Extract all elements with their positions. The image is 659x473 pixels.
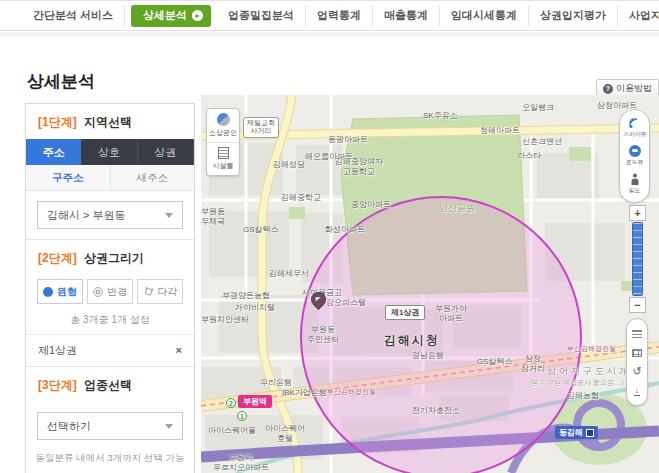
skyview-button[interactable]: 스카이뷰	[620, 114, 649, 142]
area-list-item[interactable]: 제1상권 ×	[26, 334, 194, 366]
map-label: IBK기업은행	[282, 388, 327, 398]
map-label: 남산공원	[439, 203, 475, 214]
polygon-icon	[143, 286, 154, 297]
industry-note: 동일분류 내에서 3개까지 선택 가능	[26, 450, 194, 473]
map-label: GS칼텍스	[243, 225, 279, 235]
circle-icon	[43, 287, 53, 297]
download-button[interactable]: ↓	[627, 381, 647, 400]
roadview-button[interactable]: 로드뷰	[620, 142, 649, 170]
trade-area-label: 제1상권	[385, 305, 425, 320]
interchange-icon	[586, 429, 594, 437]
map-label: 동광아파트	[328, 135, 368, 145]
map-label: 부원역 푸르지오아파트	[213, 453, 269, 472]
person-icon	[630, 173, 640, 185]
step1-badge: [1단계]	[38, 115, 77, 129]
shape-radius-button[interactable]: 반경	[87, 279, 133, 304]
help-button-label: 이용방법	[616, 82, 652, 95]
map-label: 부원동 주민센터	[307, 325, 339, 344]
map-label: (본 지구는 예정공사 중으로…)	[529, 379, 624, 387]
map-label: 부원가야 아파트	[435, 304, 467, 323]
analysis-panel: [1단계] 지역선택 주소 상호 상권 구주소 새주소 김해시 > 부원동 [2…	[25, 103, 195, 473]
map-label: 가야비치텔	[235, 303, 275, 313]
map-label: 부산김해경전철	[327, 388, 376, 396]
route-2-badge: 2	[226, 398, 236, 408]
interchange-name: 동김해	[559, 427, 583, 438]
industry-select[interactable]: 선택하기	[37, 412, 183, 440]
area-count-text: 총 3개중 1개 설정	[26, 310, 194, 334]
undo-button[interactable]: ↺	[627, 362, 647, 381]
map-label: 신촌크맨션	[522, 137, 562, 147]
top-navigation: 간단분석 서비스상세분석▸업종밀집분석업력통계매출통계임대시세통계상권입지평가사…	[0, 0, 659, 31]
chevron-down-icon	[165, 213, 173, 218]
region-select-value: 김해시 > 부원동	[47, 208, 126, 223]
small-business-label: 소상공인	[209, 128, 237, 138]
list-icon	[632, 330, 642, 338]
nav-item[interactable]: 매출통계	[373, 6, 440, 26]
tab-trade-area[interactable]: 상권	[138, 139, 194, 165]
shape-polygon-button[interactable]: 다각	[137, 279, 183, 304]
map-label: 김해농협	[567, 391, 599, 401]
city-hall-label: 김해시청	[384, 332, 440, 349]
step1-header: [1단계] 지역선택	[26, 104, 194, 139]
nav-item[interactable]: 사업자경영평가	[618, 6, 659, 26]
step2-title: 상권그리기	[84, 251, 144, 265]
small-business-layer-button[interactable]: 소상공인	[207, 109, 239, 142]
zoom-in-button[interactable]: +	[629, 205, 646, 221]
map-canvas[interactable]: 제일교회 사거리동광아파트해오름아파트SK주유소청해아파트오일뱅크삼정아파트신촌…	[201, 95, 659, 473]
facilities-layer-button[interactable]: 시설물	[207, 142, 239, 175]
nav-item[interactable]: 간단분석 서비스	[22, 6, 125, 26]
legend-list-button[interactable]	[627, 324, 647, 343]
nav-divider-strip	[0, 32, 659, 37]
map-label: 강오피스텔	[326, 298, 366, 308]
nav-item[interactable]: 업력통계	[306, 6, 373, 26]
nav-active-icon: ▸	[192, 10, 203, 21]
step3-header: [3단계] 업종선택	[26, 367, 194, 402]
facilities-label: 시설물	[213, 161, 234, 171]
station-badge: 부원역	[238, 395, 272, 408]
map-label: 부원치안센터	[201, 315, 249, 325]
shape-buttons: 원형 반경 다각	[26, 275, 194, 310]
subtab-new-address[interactable]: 새주소	[110, 165, 195, 190]
map-label: 아이스퀘어 호텔	[265, 424, 305, 443]
map-base-graphics	[201, 95, 659, 473]
map-view-control: 스카이뷰 로드뷰 밀도	[619, 109, 650, 203]
radius-icon	[93, 287, 103, 297]
map-label: 삼정 삼거리	[521, 354, 545, 373]
download-icon: ↓	[634, 386, 641, 396]
subtab-old-address[interactable]: 구주소	[26, 165, 110, 190]
density-label: 밀도	[629, 186, 641, 194]
map-label: 김해중학교	[281, 193, 321, 203]
shape-circle-button[interactable]: 원형	[37, 279, 83, 304]
nav-item[interactable]: 임대시세통계	[440, 6, 529, 26]
map-label: 화성아파트	[325, 225, 365, 235]
nav-item[interactable]: 상권입지평가	[529, 6, 618, 26]
nav-item[interactable]: 상세분석▸	[131, 5, 211, 27]
close-icon[interactable]: ×	[176, 345, 182, 356]
density-button[interactable]: 밀도	[620, 170, 649, 198]
map-label: 중앙아파트	[351, 200, 391, 210]
area-name: 제1상권	[38, 343, 77, 358]
map-label: 김해성당	[273, 160, 305, 170]
undo-icon: ↺	[632, 366, 641, 377]
roadview-label: 로드뷰	[626, 158, 644, 166]
building-icon	[218, 147, 229, 159]
zoom-out-button[interactable]: −	[629, 297, 646, 313]
trade-area-circle	[301, 197, 581, 473]
roadview-icon	[629, 145, 641, 157]
map-label: 전기차충전소	[412, 406, 460, 416]
tab-address[interactable]: 주소	[26, 139, 81, 165]
region-select[interactable]: 김해시 > 부원동	[37, 201, 183, 229]
map-label: 김해세무서	[269, 269, 309, 279]
search-type-tabs: 주소 상호 상권	[26, 139, 194, 165]
nav-item[interactable]: 업종밀집분석	[217, 6, 306, 26]
grid-button[interactable]	[627, 343, 647, 362]
shape-circle-label: 원형	[57, 285, 77, 299]
zoom-slider[interactable]	[632, 222, 643, 296]
tab-store-name[interactable]: 상호	[81, 139, 137, 165]
page-title: 상세분석	[27, 70, 95, 93]
map-label: 청해아파트	[480, 126, 520, 136]
industry-select-value: 선택하기	[47, 419, 91, 434]
flag-icon	[316, 297, 321, 301]
map-tool-control: ↺ ↓	[626, 318, 648, 406]
question-icon: ?	[603, 84, 613, 94]
